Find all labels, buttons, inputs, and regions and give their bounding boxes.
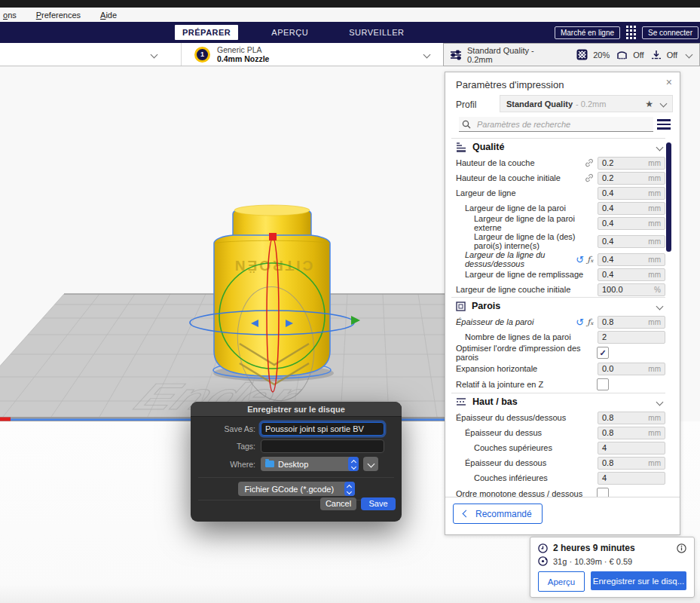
setting-unit: %: [654, 286, 661, 294]
print-time-estimate: 2 heures 9 minutes: [553, 543, 635, 553]
setting-value-field[interactable]: 0.8mm: [598, 457, 665, 470]
revert-icon[interactable]: ↺: [576, 317, 584, 327]
dialog-titlebar[interactable]: Enregistrer sur le disque: [191, 402, 402, 417]
setting-value-field[interactable]: 2: [598, 331, 665, 344]
filename-input[interactable]: [261, 422, 384, 436]
support-icon: [616, 50, 628, 60]
setting-row[interactable]: Expansion horizontale0.0mm: [451, 361, 665, 376]
section-header[interactable]: Qualité: [451, 139, 665, 155]
section-header[interactable]: Parois: [451, 298, 665, 314]
chevron-down-icon[interactable]: [656, 398, 664, 406]
setting-row[interactable]: Épaisseur de la paroi↺ƒₓ0.8mm: [451, 314, 665, 329]
setting-row[interactable]: Largeur de ligne de la paroi externe0.4m…: [451, 216, 665, 231]
material-selector[interactable]: 1 Generic PLA 0.4mm Nozzle: [182, 43, 445, 66]
setting-value: 0.4: [602, 219, 613, 228]
setting-row[interactable]: Nombre de lignes de la paroi2: [451, 329, 665, 344]
where-dropdown[interactable]: Desktop: [261, 457, 359, 471]
settings-menu-icon[interactable]: [657, 119, 671, 130]
sign-in-button[interactable]: Se connecter: [642, 26, 698, 39]
setting-row[interactable]: Épaisseur du dessus/dessous0.8mm: [451, 410, 665, 425]
search-input[interactable]: [475, 119, 650, 130]
recommended-mode-button[interactable]: Recommandé: [453, 504, 543, 524]
setting-value-field[interactable]: 0.4mm: [598, 202, 665, 215]
star-icon[interactable]: ★: [645, 99, 653, 109]
setting-row[interactable]: Relatif à la jointure en Z: [451, 376, 665, 393]
setting-value: 4: [602, 473, 607, 482]
setting-value-field[interactable]: 0.8mm: [598, 427, 665, 439]
setting-row[interactable]: Épaisseur du dessous0.8mm: [451, 455, 665, 470]
setting-unit: mm: [648, 204, 661, 213]
setting-value-field[interactable]: 0.4mm: [598, 217, 665, 230]
setting-label: Épaisseur du dessus/dessous: [456, 413, 598, 422]
print-settings-panel: Paramètres d'impression × Profil Standar…: [445, 72, 680, 535]
setting-value-field[interactable]: 0.2mm: [598, 172, 665, 185]
profile-dropdown[interactable]: Standard Quality - 0.2mm ★: [500, 95, 673, 112]
tab-préparer[interactable]: PRÉPARER: [175, 25, 238, 40]
setting-value-field[interactable]: 4: [598, 472, 665, 485]
tab-surveiller[interactable]: SURVEILLER: [341, 25, 411, 40]
setting-row[interactable]: Hauteur de la couche initiale0.2mm: [451, 170, 665, 185]
slice-result-panel: 2 heures 9 minutes 31g · 10.39m · € 0.59…: [530, 537, 695, 598]
cancel-button[interactable]: Cancel: [320, 497, 356, 510]
setting-row[interactable]: Largeur de ligne0.4mm: [451, 185, 665, 200]
menu-item-aide[interactable]: Aide: [100, 11, 117, 20]
setting-row[interactable]: Largeur de ligne couche initiale100.0%: [451, 282, 665, 297]
setting-label: Optimiser l'ordre d'impression des paroi…: [456, 344, 597, 363]
where-value: Desktop: [278, 460, 308, 469]
marketplace-button[interactable]: Marché en ligne: [555, 26, 620, 39]
setting-row[interactable]: Largeur de ligne de la (des) paroi(s) in…: [451, 231, 665, 252]
setting-row[interactable]: Couches inférieures4: [451, 470, 665, 485]
apps-grid-icon[interactable]: [626, 26, 636, 39]
file-format-dropdown[interactable]: Fichier GCode (*.gcode): [238, 482, 355, 496]
setting-label: Hauteur de la couche initiale: [456, 173, 585, 182]
expand-dialog-button[interactable]: [363, 457, 378, 471]
setting-row[interactable]: Largeur de ligne de remplissage0.4mm: [451, 267, 665, 282]
setting-value-field[interactable]: 100.0%: [598, 283, 665, 296]
chevron-down-icon[interactable]: [686, 51, 693, 59]
setting-row[interactable]: Ordre monotone dessus / dessous: [451, 485, 665, 497]
setting-unit: mm: [648, 365, 661, 373]
section-header[interactable]: Haut / bas: [451, 393, 665, 410]
preview-button[interactable]: Aperçu: [538, 571, 585, 592]
setting-value: 0.4: [602, 270, 613, 279]
panel-scrollbar[interactable]: [666, 142, 671, 252]
tags-label: Tags:: [191, 442, 261, 451]
setting-value-field[interactable]: 4: [598, 442, 665, 455]
setting-value-field[interactable]: 0.4mm: [598, 187, 665, 200]
chevron-down-icon[interactable]: [656, 302, 664, 310]
setting-row[interactable]: Couches supérieures4: [451, 440, 665, 455]
setting-value-field[interactable]: 0.4mm: [598, 235, 665, 248]
setting-checkbox[interactable]: [597, 378, 609, 390]
chevron-down-icon[interactable]: [656, 143, 664, 151]
setting-row[interactable]: Optimiser l'ordre d'impression des paroi…: [451, 344, 665, 361]
info-icon[interactable]: [677, 543, 686, 553]
setting-checkbox[interactable]: ✓: [597, 347, 609, 359]
save-to-disk-button[interactable]: Enregistrer sur le disq...: [591, 571, 686, 590]
setting-value-field[interactable]: 0.4mm: [598, 268, 665, 281]
section-2: Haut / basÉpaisseur du dessus/dessous0.8…: [451, 393, 665, 497]
menu-item-preferences[interactable]: Preferences: [36, 11, 81, 20]
tags-input[interactable]: [261, 439, 384, 453]
save-button[interactable]: Save: [361, 497, 396, 510]
gizmo-red-handle[interactable]: [269, 233, 277, 240]
setting-row[interactable]: Largeur de la ligne du dessus/dessous↺ƒₓ…: [451, 252, 665, 267]
tab-aperçu[interactable]: APERÇU: [264, 25, 316, 40]
settings-search[interactable]: [459, 117, 653, 132]
menu-item-ons[interactable]: ons: [3, 11, 17, 20]
setting-row[interactable]: Hauteur de la couche0.2mm: [451, 155, 665, 170]
printer-selector[interactable]: [0, 43, 182, 66]
setting-value-field[interactable]: 0.8mm: [598, 412, 665, 424]
setting-label: Couches inférieures: [474, 473, 598, 482]
chevron-down-icon: [151, 51, 158, 59]
setting-value-field[interactable]: 0.8mm: [598, 316, 665, 329]
setting-value-field[interactable]: 0.4mm: [598, 253, 665, 266]
close-icon[interactable]: ×: [666, 76, 672, 88]
chevron-down-icon: [660, 100, 668, 108]
function-icon: ƒₓ: [587, 255, 594, 265]
setting-row[interactable]: Épaisseur du dessus0.8mm: [451, 425, 665, 440]
setting-value-field[interactable]: 0.2mm: [598, 157, 665, 170]
revert-icon[interactable]: ↺: [576, 255, 584, 265]
setting-value-field[interactable]: 0.0mm: [598, 363, 665, 375]
setting-value: 0.4: [602, 204, 613, 213]
print-setup-summary[interactable]: Standard Quality - 0.2mm 20% Off Off: [443, 43, 700, 66]
